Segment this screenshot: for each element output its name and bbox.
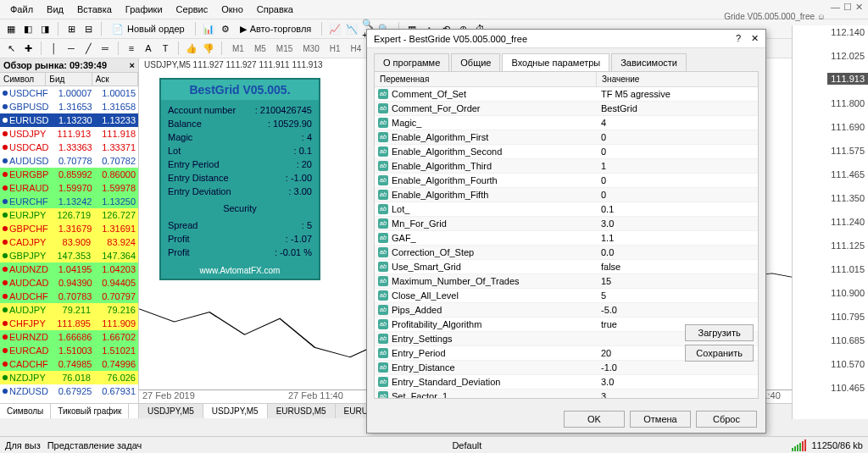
thumb-icon[interactable]: 👎 bbox=[201, 41, 216, 56]
new-order-button[interactable]: 📄 Новый ордер bbox=[107, 24, 190, 35]
symbol-row[interactable]: USDCHF1.000071.00015 bbox=[0, 86, 138, 100]
trend-icon[interactable]: ╱ bbox=[81, 41, 96, 56]
symbol-row[interactable]: NZDUSD0.679250.67931 bbox=[0, 384, 138, 398]
symbol-row[interactable]: GBPUSD1.316531.31658 bbox=[0, 100, 138, 113]
symbol-row[interactable]: CADCHF0.749850.74996 bbox=[0, 357, 138, 371]
chart-tab[interactable]: USDJPY,M5 bbox=[139, 404, 203, 418]
param-row[interactable]: abEnable_Algorithm_Fifth0 bbox=[375, 188, 758, 202]
symbol-row[interactable]: EURGBP0.859920.86000 bbox=[0, 168, 138, 181]
symbol-row[interactable]: USDCAD1.333631.33371 bbox=[0, 141, 138, 154]
param-row[interactable]: abLot_0.1 bbox=[375, 202, 758, 217]
param-row[interactable]: abGAF_1.1 bbox=[375, 231, 758, 246]
menu-Справка[interactable]: Справка bbox=[250, 2, 300, 17]
button-Отмена[interactable]: Отмена bbox=[630, 411, 691, 428]
tool-icon[interactable]: 📊 bbox=[201, 21, 216, 36]
symbol-row[interactable]: EURAUD1.599701.59978 bbox=[0, 181, 138, 195]
symbol-row[interactable]: CHFJPY111.895111.909 bbox=[0, 317, 138, 330]
dialog-tab[interactable]: Зависимости bbox=[611, 53, 687, 71]
tab-symbols[interactable]: Символы bbox=[0, 404, 51, 418]
symbol-row[interactable]: EURCHF1.132421.13250 bbox=[0, 195, 138, 208]
menu-Окно[interactable]: Окно bbox=[214, 2, 250, 17]
menu-Файл[interactable]: Файл bbox=[3, 2, 40, 17]
market-watch-list[interactable]: USDCHF1.000071.00015GBPUSD1.316531.31658… bbox=[0, 86, 138, 403]
channel-icon[interactable]: ═ bbox=[97, 41, 113, 56]
text-icon[interactable]: A bbox=[141, 41, 156, 56]
text-icon[interactable]: T bbox=[158, 41, 173, 56]
param-row[interactable]: abEntry_Standard_Deviation3.0 bbox=[375, 375, 758, 389]
timeframe-H1[interactable]: H1 bbox=[325, 42, 346, 55]
chart-tab[interactable]: USDJPY,M5 bbox=[203, 404, 268, 418]
symbol-row[interactable]: CADJPY83.90983.924 bbox=[0, 235, 138, 249]
symbol-row[interactable]: NZDJPY76.01876.026 bbox=[0, 371, 138, 384]
auto-trade-button[interactable]: ▶ Авто-торговля bbox=[235, 24, 317, 35]
symbol-row[interactable]: GBPJPY147.353147.364 bbox=[0, 249, 138, 262]
param-row[interactable]: abEnable_Algorithm_Second0 bbox=[375, 145, 758, 159]
dialog-tab[interactable]: Входные параметры bbox=[502, 53, 609, 72]
crosshair-icon[interactable]: ✚ bbox=[20, 41, 36, 56]
timeframe-M15[interactable]: M15 bbox=[271, 42, 298, 55]
param-row[interactable]: abEntry_Distance-1.0 bbox=[375, 361, 758, 375]
window-controls[interactable]: — ☐ ✕ bbox=[831, 2, 863, 13]
param-row[interactable]: abClose_All_Level5 bbox=[375, 289, 758, 303]
menu-Графики[interactable]: Графики bbox=[119, 2, 170, 17]
market-watch-tabs[interactable]: Символы Тиковый график bbox=[0, 403, 138, 418]
button-Сброс[interactable]: Сброс bbox=[696, 411, 757, 428]
cursor-icon[interactable]: ↖ bbox=[3, 41, 19, 56]
param-row[interactable]: abSet_Factor_13 bbox=[375, 389, 758, 398]
param-row[interactable]: abUse_Smart_Gridfalse bbox=[375, 260, 758, 274]
chart-tab[interactable]: EURUSD,M5 bbox=[268, 404, 336, 418]
symbol-row[interactable]: EURUSD1.132301.13233 bbox=[0, 113, 138, 127]
timeframe-H4[interactable]: H4 bbox=[346, 42, 367, 55]
param-row[interactable]: abCorrection_Of_Step0.0 bbox=[375, 246, 758, 260]
dialog-titlebar[interactable]: Expert - BestGride V05.005.000_free ? ✕ bbox=[367, 30, 765, 48]
tool-icon[interactable]: ◧ bbox=[20, 21, 36, 36]
tool-icon[interactable]: 📉 bbox=[344, 21, 359, 36]
symbol-row[interactable]: USDJPY111.913111.918 bbox=[0, 127, 138, 141]
thumb-icon[interactable]: 👍 bbox=[184, 41, 199, 56]
dialog-tab[interactable]: О программе bbox=[374, 53, 449, 71]
param-row[interactable]: abEnable_Algorithm_First0 bbox=[375, 130, 758, 145]
symbol-row[interactable]: AUDJPY79.21179.216 bbox=[0, 303, 138, 317]
maximize-icon[interactable]: ☐ bbox=[843, 2, 852, 13]
menu-Вид[interactable]: Вид bbox=[40, 2, 70, 17]
tool-icon[interactable]: ⚙ bbox=[218, 21, 233, 36]
menu-Сервис[interactable]: Сервис bbox=[170, 2, 215, 17]
tool-icon[interactable]: ▦ bbox=[3, 21, 19, 36]
symbol-row[interactable]: GBPCHF1.316791.31691 bbox=[0, 222, 138, 235]
tool-icon[interactable]: ◨ bbox=[37, 21, 53, 36]
symbol-row[interactable]: AUDCAD0.943900.94405 bbox=[0, 276, 138, 290]
param-row[interactable]: abPips_Added-5.0 bbox=[375, 303, 758, 318]
timeframe-M5[interactable]: M5 bbox=[249, 42, 271, 55]
button-Сохранить[interactable]: Сохранить bbox=[685, 345, 754, 362]
symbol-row[interactable]: AUDNZD1.041951.04203 bbox=[0, 262, 138, 276]
symbol-row[interactable]: EURJPY126.719126.727 bbox=[0, 208, 138, 222]
param-row[interactable]: abEnable_Algorithm_Fourth0 bbox=[375, 174, 758, 188]
param-row[interactable]: abMaximum_Number_Of_Trades15 bbox=[375, 274, 758, 289]
param-row[interactable]: abComment_Of_SetTF M5 agressive bbox=[375, 87, 758, 102]
minimize-icon[interactable]: — bbox=[831, 2, 840, 13]
close-icon[interactable]: ✕ bbox=[751, 33, 759, 44]
param-row[interactable]: abComment_For_OrderBestGrid bbox=[375, 102, 758, 116]
symbol-row[interactable]: EURNZD1.666861.66702 bbox=[0, 330, 138, 344]
fib-icon[interactable]: ≡ bbox=[124, 41, 139, 56]
symbol-row[interactable]: EURCAD1.510031.51021 bbox=[0, 344, 138, 357]
symbol-row[interactable]: AUDUSD0.707780.70782 bbox=[0, 154, 138, 168]
button-Загрузить[interactable]: Загрузить bbox=[685, 324, 754, 341]
tool-icon[interactable]: ⊟ bbox=[81, 21, 96, 36]
tool-icon[interactable]: 📈 bbox=[327, 21, 342, 36]
tab-tick-chart[interactable]: Тиковый график bbox=[51, 404, 129, 418]
symbol-row[interactable]: AUDCHF0.707830.70797 bbox=[0, 290, 138, 303]
param-row[interactable]: abMagic_4 bbox=[375, 116, 758, 130]
button-OK[interactable]: OK bbox=[564, 411, 625, 428]
param-row[interactable]: abEnable_Algorithm_Third1 bbox=[375, 159, 758, 174]
timeframe-M1[interactable]: M1 bbox=[227, 42, 249, 55]
line-icon[interactable]: │ bbox=[47, 41, 62, 56]
param-row[interactable]: abMn_For_Grid3.0 bbox=[375, 217, 758, 231]
close-icon[interactable]: ✕ bbox=[855, 2, 863, 13]
dialog-tabs[interactable]: О программеОбщиеВходные параметрыЗависим… bbox=[367, 48, 765, 71]
tool-icon[interactable]: ⊞ bbox=[64, 21, 79, 36]
timeframe-M30[interactable]: M30 bbox=[298, 42, 324, 55]
close-icon[interactable]: × bbox=[130, 60, 135, 70]
help-icon[interactable]: ? bbox=[736, 33, 741, 44]
dialog-tab[interactable]: Общие bbox=[451, 53, 500, 71]
